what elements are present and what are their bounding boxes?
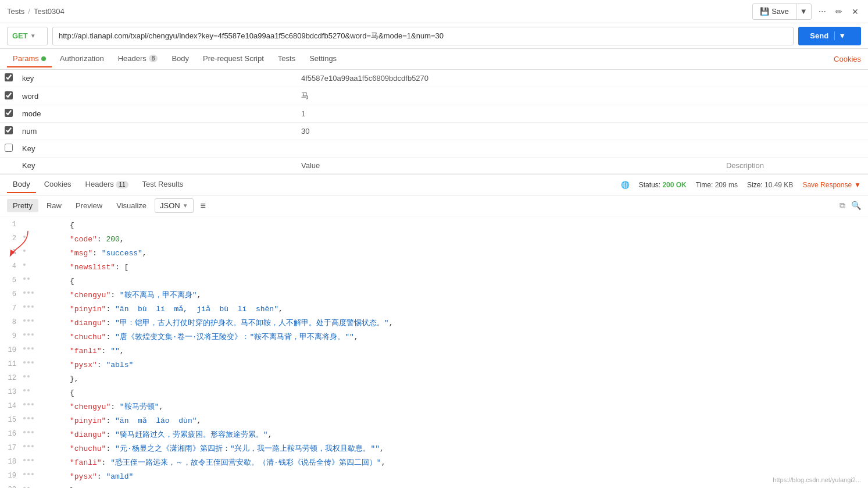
code-line: 11"pysx": "abls" <box>0 358 868 372</box>
param-key-3[interactable]: num <box>17 123 297 140</box>
close-button[interactable]: ✕ <box>849 6 861 17</box>
method-arrow: ▼ <box>30 33 36 39</box>
watermark: https://blog.csdn.net/yulangi2... <box>773 476 861 483</box>
param-value-0[interactable]: 4f5587e10a99aa1f5c6809bdcdfb5270 <box>297 70 721 87</box>
line-indent-dots <box>23 373 70 377</box>
save-button[interactable]: 💾 Save ▼ <box>752 3 812 20</box>
param-desc-0 <box>721 70 868 87</box>
param-value-2[interactable]: 1 <box>297 105 721 123</box>
search-icon[interactable]: 🔍 <box>851 201 861 211</box>
resp-tab-testresults[interactable]: Test Results <box>137 176 190 193</box>
copy-icon[interactable]: ⧉ <box>840 201 845 211</box>
line-content: } <box>70 485 868 488</box>
save-response-arrow: ▼ <box>854 181 861 189</box>
param-checkbox-4[interactable] <box>5 144 13 152</box>
globe-icon: 🌐 <box>621 181 630 189</box>
line-indent-dots <box>23 471 70 475</box>
param-checkbox-1[interactable] <box>5 91 13 99</box>
format-raw-button[interactable]: Raw <box>41 199 67 212</box>
line-content: "diangu": "骑马赶路过久，劳累疲困。形容旅途劳累。", <box>70 429 868 441</box>
line-number: 1 <box>0 219 23 229</box>
line-number: 3 <box>0 247 23 257</box>
line-content: "fanli": "", <box>70 345 868 358</box>
more-options-button[interactable]: ··· <box>816 6 828 17</box>
line-content: { <box>70 275 868 288</box>
line-indent-dots <box>23 317 70 322</box>
line-content: "chuchu": "唐《敦煌变文集·卷一·汉将王陵变》："鞍不离马背，甲不离将… <box>70 331 868 344</box>
tab-tests-label: Tests <box>278 54 295 63</box>
request-tabs: Params Authorization Headers 8 Body Pre-… <box>0 49 868 70</box>
param-key-1[interactable]: word <box>17 87 297 105</box>
response-tabs: Body Cookies Headers 11 Test Results 🌐 S… <box>0 174 868 195</box>
code-line: 2"code": 200, <box>0 233 868 247</box>
param-value-4[interactable] <box>297 140 721 158</box>
resp-tab-body[interactable]: Body <box>7 176 36 193</box>
format-bar: Pretty Raw Preview Visualize JSON ▼ ≡ ⧉ … <box>0 195 868 216</box>
line-indent-dots <box>23 443 70 447</box>
line-number: 9 <box>0 331 23 340</box>
breadcrumb-test[interactable]: Test0304 <box>34 7 65 16</box>
save-dropdown-arrow[interactable]: ▼ <box>796 4 811 19</box>
line-number: 6 <box>0 289 23 298</box>
line-content: "diangu": "甲：铠甲，古人打仗时穿的护身衣。马不卸鞍，人不解甲。处于高… <box>70 317 868 330</box>
line-content: "newslist": [ <box>70 261 868 274</box>
tab-params[interactable]: Params <box>7 51 52 67</box>
save-button-main[interactable]: 💾 Save <box>753 4 796 19</box>
param-checkbox-0[interactable] <box>5 73 13 81</box>
line-indent-dots <box>23 219 70 222</box>
save-response-button[interactable]: Save Response ▼ <box>802 181 861 189</box>
tab-settings[interactable]: Settings <box>303 51 342 67</box>
tab-body-label: Body <box>172 54 189 63</box>
resp-tab-headers[interactable]: Headers 11 <box>80 176 134 193</box>
param-value-3[interactable]: 30 <box>297 123 721 140</box>
breadcrumb: Tests / Test0304 <box>7 7 65 16</box>
send-button[interactable]: Send ▼ <box>798 27 861 45</box>
tab-authorization-label: Authorization <box>60 54 104 63</box>
status-label: Status: 200 OK <box>639 181 687 189</box>
param-checkbox-3[interactable] <box>5 126 13 134</box>
param-key-2[interactable]: mode <box>17 105 297 123</box>
cookies-link[interactable]: Cookies <box>834 55 861 63</box>
resp-headers-badge: 11 <box>116 181 128 188</box>
code-line: 14"chengyu": "鞍马劳顿", <box>0 400 868 414</box>
line-content: { <box>70 387 868 400</box>
line-indent-dots <box>23 387 70 391</box>
line-content: "chuchu": "元·杨显之之《潇湘雨》第四折："兴儿，我一路上鞍马劳顿，我… <box>70 443 868 455</box>
key-col-header: Key <box>17 158 297 174</box>
tab-prerequest[interactable]: Pre-request Script <box>197 51 270 67</box>
send-arrow[interactable]: ▼ <box>834 31 849 40</box>
param-checkbox-2[interactable] <box>5 109 13 117</box>
format-type-arrow: ▼ <box>183 202 188 209</box>
edit-button[interactable]: ✏ <box>833 6 845 17</box>
format-type-select[interactable]: JSON ▼ <box>155 198 194 213</box>
tab-headers[interactable]: Headers 8 <box>112 51 164 67</box>
format-pretty-button[interactable]: Pretty <box>7 199 38 212</box>
tab-authorization[interactable]: Authorization <box>54 51 110 67</box>
param-row: mode 1 <box>0 105 868 123</box>
line-number: 4 <box>0 261 23 270</box>
tab-prerequest-label: Pre-request Script <box>203 54 264 63</box>
tab-body[interactable]: Body <box>166 51 195 67</box>
code-line: 19"pysx": "amld" <box>0 470 868 484</box>
param-value-1[interactable]: 马 <box>297 87 721 105</box>
line-indent-dots <box>23 303 70 308</box>
code-line: 17"chuchu": "元·杨显之之《潇湘雨》第四折："兴儿，我一路上鞍马劳顿… <box>0 442 868 456</box>
tab-tests[interactable]: Tests <box>272 51 301 67</box>
method-select[interactable]: GET ▼ <box>7 27 48 45</box>
param-key-0[interactable]: key <box>17 70 297 87</box>
time-label: Time: 209 ms <box>696 181 738 189</box>
code-line: 20} <box>0 484 868 488</box>
line-number: 10 <box>0 345 23 354</box>
format-visualize-button[interactable]: Visualize <box>110 199 152 212</box>
param-key-4[interactable]: Key <box>17 140 297 158</box>
format-preview-button[interactable]: Preview <box>70 199 108 212</box>
resp-tab-cookies[interactable]: Cookies <box>38 176 77 193</box>
line-number: 19 <box>0 471 23 480</box>
status-value: 200 OK <box>662 181 686 189</box>
top-bar: Tests / Test0304 💾 Save ▼ ··· ✏ ✕ <box>0 0 868 23</box>
filter-icon[interactable]: ≡ <box>201 201 206 211</box>
breadcrumb-tests[interactable]: Tests <box>7 7 24 16</box>
url-input[interactable] <box>52 27 794 45</box>
code-line: 3"msg": "success", <box>0 247 868 261</box>
line-indent-dots <box>23 429 70 433</box>
